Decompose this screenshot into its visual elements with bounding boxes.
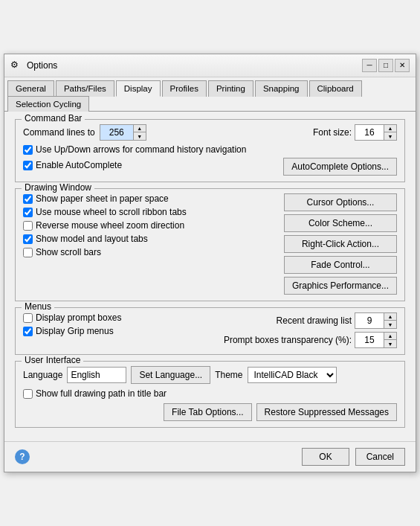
file-tab-options-button[interactable]: File Tab Options... — [164, 403, 252, 421]
prompt-transparency-input-group[interactable]: ▲ ▼ — [355, 332, 397, 348]
tab-selection-cycling[interactable]: Selection Cycling — [7, 96, 89, 112]
updown-row: Use Up/Down arrows for command history n… — [23, 144, 397, 155]
tab-snapping[interactable]: Snapping — [255, 80, 308, 97]
prompt-transparency-spinner: ▲ ▼ — [384, 333, 396, 347]
title-bar-buttons: ─ □ ✕ — [362, 59, 410, 72]
paper-row: Show paper sheet in paper space — [23, 193, 277, 204]
minimize-button[interactable]: ─ — [362, 59, 377, 72]
recent-drawing-input-group[interactable]: ▲ ▼ — [355, 312, 397, 329]
font-size-input-group[interactable]: ▲ ▼ — [355, 124, 397, 141]
user-interface-group: User Interface Language Set Language... … — [15, 361, 405, 428]
command-lines-row: Command lines to ▲ ▼ Font size: ▲ ▼ — [23, 124, 397, 141]
color-scheme-button[interactable]: Color Scheme... — [284, 214, 397, 232]
tab-profiles[interactable]: Profiles — [162, 80, 207, 97]
recent-drawing-spinner: ▲ ▼ — [384, 313, 396, 328]
prompt-transparency-up[interactable]: ▲ — [384, 333, 396, 340]
maximize-button[interactable]: □ — [378, 59, 393, 72]
reversezoom-label: Reverse mouse wheel zoom direction — [36, 220, 184, 231]
ok-button[interactable]: OK — [302, 448, 349, 466]
tab-display[interactable]: Display — [116, 80, 161, 97]
modellayout-row: Show model and layout tabs — [23, 234, 277, 244]
drawing-window-group: Drawing Window Show paper sheet in paper… — [15, 188, 405, 301]
ui-row-language: Language Set Language... Theme IntelliCA… — [23, 366, 397, 384]
scrollbars-label: Show scroll bars — [36, 247, 101, 257]
right-click-button[interactable]: Right-Click Action... — [284, 235, 397, 253]
mousewheel-checkbox[interactable] — [23, 208, 33, 217]
app-icon: ⚙ — [10, 60, 22, 71]
gripmenus-label: Display Grip menus — [36, 326, 114, 336]
prompt-transparency-input[interactable] — [355, 333, 384, 347]
title-bar: ⚙ Options ─ □ ✕ — [4, 54, 416, 77]
autocomplete-options-button[interactable]: AutoComplete Options... — [283, 158, 397, 176]
drawing-window-layout: Show paper sheet in paper space Use mous… — [23, 193, 397, 295]
reversezoom-checkbox[interactable] — [23, 221, 33, 231]
prompt-transparency-down[interactable]: ▼ — [384, 340, 396, 347]
cancel-button[interactable]: Cancel — [355, 448, 405, 466]
font-size-label: Font size: — [313, 127, 352, 138]
theme-label: Theme — [215, 370, 242, 380]
modellayout-checkbox[interactable] — [23, 234, 33, 244]
window-title: Options — [27, 60, 57, 71]
tab-bar: General Paths/Files Display Profiles Pri… — [4, 77, 416, 112]
tab-clipboard[interactable]: Clipboard — [309, 80, 362, 97]
help-button[interactable]: ? — [15, 449, 30, 464]
recent-drawing-up[interactable]: ▲ — [384, 313, 396, 321]
user-interface-group-label: User Interface — [22, 355, 83, 365]
reversezoom-row: Reverse mouse wheel zoom direction — [23, 220, 277, 231]
theme-select[interactable]: IntelliCAD Black IntelliCAD Light Defaul… — [248, 367, 337, 383]
promptboxes-row: Display prompt boxes — [23, 312, 216, 323]
graphics-performance-button[interactable]: Graphics Performance... — [284, 277, 397, 295]
command-bar-group-label: Command Bar — [22, 113, 85, 124]
drawing-window-group-label: Drawing Window — [22, 182, 94, 193]
updown-label: Use Up/Down arrows for command history n… — [36, 144, 246, 155]
language-input[interactable] — [67, 367, 126, 383]
gripmenus-checkbox[interactable] — [23, 327, 33, 336]
tab-general[interactable]: General — [7, 80, 54, 97]
autocomplete-label: Enable AutoComplete — [36, 160, 122, 170]
menus-group: Menus Display prompt boxes Display Grip … — [15, 307, 405, 355]
close-button[interactable]: ✕ — [395, 59, 410, 72]
font-size-down[interactable]: ▼ — [384, 132, 396, 140]
menus-group-label: Menus — [22, 301, 54, 312]
paper-label: Show paper sheet in paper space — [36, 193, 169, 204]
prompt-transparency-label: Prompt boxes transparency (%): — [224, 335, 352, 345]
drawing-window-checkboxes: Show paper sheet in paper space Use mous… — [23, 193, 277, 295]
language-label: Language — [23, 370, 62, 380]
font-size-up[interactable]: ▲ — [384, 125, 396, 132]
scrollbars-checkbox[interactable] — [23, 248, 33, 257]
prompt-transparency-row: Prompt boxes transparency (%): ▲ ▼ — [224, 332, 397, 348]
fade-control-button[interactable]: Fade Control... — [284, 256, 397, 274]
promptboxes-checkbox[interactable] — [23, 313, 33, 323]
restore-suppressed-button[interactable]: Restore Suppressed Messages — [256, 403, 397, 421]
content-area: Command Bar Command lines to ▲ ▼ Font si… — [4, 112, 416, 441]
fullpath-label: Show full drawing path in title bar — [36, 388, 167, 399]
updown-checkbox[interactable] — [23, 145, 33, 155]
command-lines-input[interactable] — [100, 125, 133, 140]
menus-right: Recent drawing list ▲ ▼ Prompt boxes tra… — [224, 312, 397, 348]
font-size-input[interactable] — [355, 125, 384, 140]
command-lines-label: Command lines to — [23, 127, 95, 138]
title-bar-left: ⚙ Options — [10, 60, 57, 71]
mousewheel-label: Use mouse wheel to scroll ribbon tabs — [36, 207, 187, 217]
autocomplete-checkbox[interactable] — [23, 161, 33, 170]
command-lines-down[interactable]: ▼ — [134, 132, 146, 140]
command-bar-group: Command Bar Command lines to ▲ ▼ Font si… — [15, 119, 405, 182]
promptboxes-label: Display prompt boxes — [36, 312, 121, 323]
recent-drawing-down[interactable]: ▼ — [384, 321, 396, 328]
menus-layout: Display prompt boxes Display Grip menus … — [23, 312, 397, 348]
font-size-group: Font size: ▲ ▼ — [313, 124, 397, 141]
fullpath-checkbox[interactable] — [23, 389, 33, 399]
command-lines-input-group[interactable]: ▲ ▼ — [100, 124, 146, 141]
command-lines-up[interactable]: ▲ — [134, 125, 146, 132]
recent-drawing-input[interactable] — [355, 313, 384, 328]
set-language-button[interactable]: Set Language... — [131, 366, 210, 384]
recent-drawing-row: Recent drawing list ▲ ▼ — [224, 312, 397, 329]
tab-paths-files[interactable]: Paths/Files — [56, 80, 114, 97]
modellayout-label: Show model and layout tabs — [36, 234, 148, 244]
paper-checkbox[interactable] — [23, 194, 33, 204]
tab-printing[interactable]: Printing — [208, 80, 253, 97]
ui-layout: Language Set Language... Theme IntelliCA… — [23, 366, 397, 421]
mousewheel-row: Use mouse wheel to scroll ribbon tabs — [23, 207, 277, 217]
cursor-options-button[interactable]: Cursor Options... — [284, 193, 397, 211]
ui-row-buttons: File Tab Options... Restore Suppressed M… — [23, 403, 397, 421]
